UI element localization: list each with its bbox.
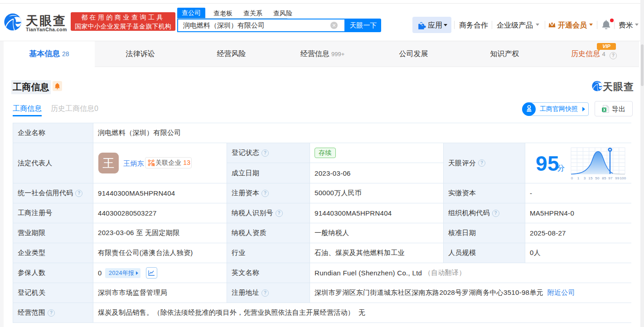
svg-text:85: 85	[602, 176, 606, 180]
svg-text:0: 0	[571, 176, 573, 180]
svg-text:100: 100	[620, 176, 626, 180]
svg-text:企: 企	[152, 164, 155, 166]
svg-text:15: 15	[588, 176, 593, 180]
svg-text:97: 97	[608, 176, 613, 180]
svg-text:50: 50	[595, 176, 600, 180]
svg-text:1: 1	[577, 176, 580, 180]
svg-text:3: 3	[584, 176, 586, 180]
svg-text:99: 99	[615, 176, 620, 180]
